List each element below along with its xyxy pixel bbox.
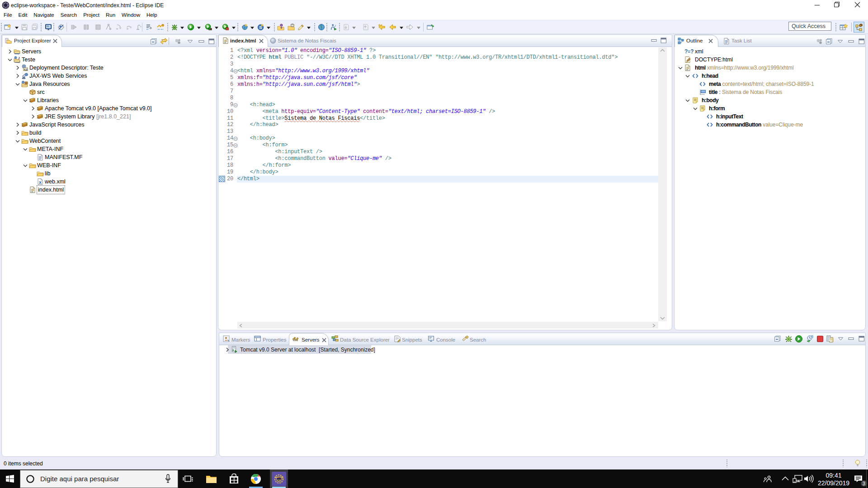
svg-text:Java EE: Java EE (274, 476, 284, 479)
svg-text:3: 3 (863, 481, 865, 486)
svg-text:IDE: IDE (277, 479, 281, 482)
